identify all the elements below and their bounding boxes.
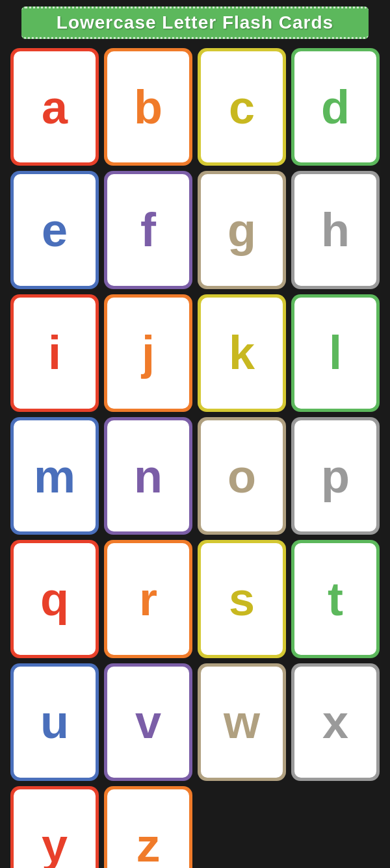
header-banner: Lowercase Letter Flash Cards [21,6,369,39]
letter-g: g [228,207,256,253]
page-title: Lowercase Letter Flash Cards [57,12,333,32]
card-w: w [198,663,286,781]
letter-l: l [329,329,342,376]
letter-i: i [48,329,61,376]
card-c: c [198,48,286,166]
card-inner-j: j [107,298,189,409]
letter-q: q [40,576,69,622]
letter-j: j [142,329,155,376]
card-i: i [10,294,99,412]
card-a: a [10,48,99,166]
card-b: b [104,48,192,166]
card-inner-g: g [201,174,283,285]
letter-w: w [224,698,260,745]
card-inner-e: e [14,174,96,285]
letter-h: h [321,207,350,253]
letter-v: v [135,698,161,745]
card-inner-w: w [201,667,283,778]
card-e: e [10,171,99,288]
card-q: q [10,540,99,657]
card-inner-v: v [107,667,189,778]
card-inner-c: c [201,51,283,162]
card-inner-i: i [14,298,96,409]
card-inner-f: f [107,174,189,285]
card-k: k [198,294,286,412]
letter-t: t [328,576,343,622]
card-p: p [291,417,380,535]
card-inner-l: l [294,298,376,409]
card-inner-m: m [14,420,96,531]
card-u: u [10,663,99,781]
card-inner-k: k [201,298,283,409]
letter-s: s [229,576,255,622]
card-z: z [104,786,192,868]
page: Lowercase Letter Flash Cards abcdefghijk… [0,0,390,868]
card-inner-r: r [107,543,189,654]
card-inner-z: z [107,789,189,868]
card-y: y [10,786,99,868]
letter-r: r [139,576,157,622]
card-t: t [291,540,380,657]
card-j: j [104,294,192,412]
card-inner-n: n [107,420,189,531]
card-inner-h: h [294,174,376,285]
card-l: l [291,294,380,412]
letter-n: n [134,453,162,500]
card-inner-a: a [14,51,96,162]
letter-a: a [42,84,68,131]
card-inner-d: d [294,51,376,162]
card-inner-u: u [14,667,96,778]
card-r: r [104,540,192,657]
letter-p: p [321,453,350,500]
letter-c: c [229,84,255,131]
card-inner-x: x [294,667,376,778]
letter-y: y [42,822,68,868]
card-inner-q: q [14,543,96,654]
card-v: v [104,663,192,781]
card-inner-b: b [107,51,189,162]
card-g: g [198,171,286,288]
card-f: f [104,171,192,288]
card-o: o [198,417,286,535]
card-n: n [104,417,192,535]
card-d: d [291,48,380,166]
card-h: h [291,171,380,288]
letter-d: d [321,84,350,131]
letter-u: u [40,698,69,745]
card-inner-s: s [201,543,283,654]
letter-o: o [228,453,256,500]
card-s: s [198,540,286,657]
letter-e: e [42,207,68,253]
card-inner-p: p [294,420,376,531]
letter-z: z [136,822,160,868]
letter-b: b [134,84,162,131]
letter-k: k [229,329,255,376]
card-inner-y: y [14,789,96,868]
letter-m: m [34,453,75,500]
cards-grid: abcdefghijklmnopqrstuvwxyz [6,48,384,868]
card-m: m [10,417,99,535]
card-x: x [291,663,380,781]
letter-f: f [140,207,156,253]
card-inner-t: t [294,543,376,654]
letter-x: x [322,698,348,745]
card-inner-o: o [201,420,283,531]
